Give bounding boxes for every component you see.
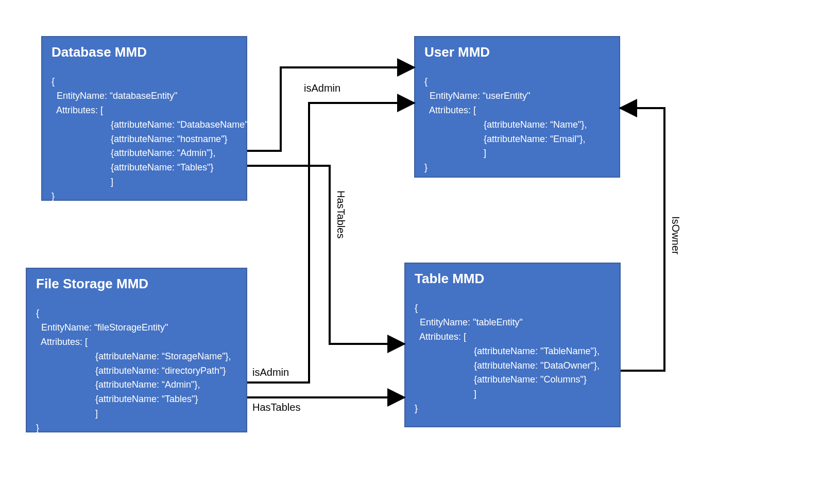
box-table-title: Table MMD bbox=[415, 271, 610, 287]
box-database-mmd: Database MMD { EntityName: “databaseEnti… bbox=[41, 36, 247, 201]
diagram-canvas: Database MMD { EntityName: “databaseEnti… bbox=[0, 0, 820, 504]
box-user-title: User MMD bbox=[424, 44, 610, 60]
box-filestorage-mmd: File Storage MMD { EntityName: “fileStor… bbox=[26, 268, 247, 432]
box-filestorage-title: File Storage MMD bbox=[36, 276, 237, 292]
label-db-hastables: HasTables bbox=[335, 190, 347, 238]
edge-fs-admin-to-user bbox=[247, 103, 414, 383]
box-database-title: Database MMD bbox=[52, 44, 237, 60]
box-table-mmd: Table MMD { EntityName: "tableEntity" At… bbox=[404, 263, 621, 427]
edge-db-tables-to-table bbox=[247, 166, 404, 344]
box-user-body: { EntityName: “userEntity" Attributes: [… bbox=[424, 75, 610, 175]
box-table-body: { EntityName: "tableEntity" Attributes: … bbox=[415, 301, 610, 416]
edge-db-admin-to-user bbox=[247, 67, 414, 151]
label-fs-isadmin: isAdmin bbox=[252, 367, 289, 378]
box-database-body: { EntityName: “databaseEntity" Attribute… bbox=[52, 75, 237, 204]
edge-table-owner-to-user bbox=[620, 108, 664, 371]
label-table-isowner: IsOwner bbox=[670, 216, 681, 254]
box-filestorage-body: { EntityName: “fileStorageEntity" Attrib… bbox=[36, 306, 237, 436]
label-db-isadmin: isAdmin bbox=[304, 82, 340, 94]
label-fs-hastables: HasTables bbox=[252, 402, 300, 413]
box-user-mmd: User MMD { EntityName: “userEntity" Attr… bbox=[414, 36, 620, 178]
